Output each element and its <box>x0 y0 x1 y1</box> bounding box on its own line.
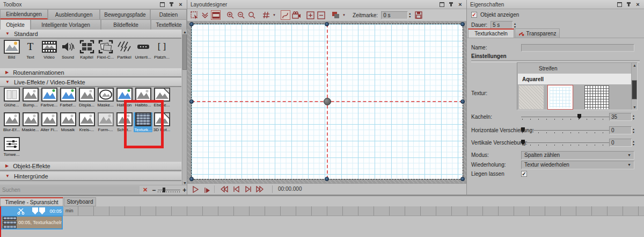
handle-top-center[interactable] <box>325 22 329 26</box>
objekt-anzeigen-checkbox[interactable]: ✓ <box>471 12 477 18</box>
zoom-out-button[interactable] <box>236 10 246 20</box>
effect-form[interactable]: Form-... <box>96 112 115 132</box>
camera-button[interactable] <box>291 10 301 20</box>
effect-displacement[interactable]: Displa... <box>77 88 96 107</box>
effect-alter-film[interactable]: Alter Fi... <box>40 112 58 132</box>
close-button[interactable]: × <box>178 2 184 8</box>
grid-dropdown-caret[interactable]: ▼ <box>273 13 276 17</box>
close-button[interactable]: × <box>635 2 641 8</box>
spin-down-icon[interactable]: ▾ <box>633 117 634 120</box>
play-from-marker-button[interactable] <box>202 184 212 194</box>
timeline-item-texturkacheln[interactable]: 00:05, Texturkacheln <box>1 216 63 229</box>
section-live-effekte[interactable]: ▼ Live-Effekte / Video-Effekte <box>0 78 181 87</box>
tab-timeline-spuransicht[interactable]: Timeline - Spuransicht <box>0 197 63 206</box>
horizontale-verschiebung-slider[interactable] <box>521 127 613 134</box>
play-button[interactable] <box>191 184 200 194</box>
appearance-button[interactable] <box>331 10 341 20</box>
section-objekt-effekte[interactable]: ▶ Objekt-Effekte <box>0 162 181 171</box>
effect-tonwert[interactable]: Tonwe... <box>2 137 21 157</box>
next-frame-button[interactable] <box>243 184 253 194</box>
handle-bottom-center[interactable] <box>325 177 329 181</box>
object-bild[interactable]: Bild <box>2 40 21 60</box>
handle-top-right[interactable] <box>460 22 465 26</box>
collapse-button[interactable] <box>200 10 210 20</box>
timeline-ruler[interactable]: 00:05 min <box>0 206 644 216</box>
hver-input[interactable] <box>609 126 632 134</box>
spin-down-icon[interactable]: ▾ <box>633 143 634 146</box>
pan-marker-icon[interactable] <box>32 207 38 214</box>
name-input[interactable] <box>521 44 634 52</box>
tab-objekte[interactable]: Objekte <box>0 19 31 30</box>
handle-bottom-left[interactable] <box>189 177 194 181</box>
tab-texteffekte[interactable]: Texteffekte <box>151 19 187 30</box>
dauer-input[interactable] <box>491 21 513 29</box>
texture-thumb-kaestchenmaske[interactable]: Kästchenmaske <box>584 85 609 109</box>
object-kapitel[interactable]: Kapitel <box>77 40 96 60</box>
object-video[interactable]: Video <box>40 40 58 60</box>
zeitmarke-input[interactable] <box>381 11 408 19</box>
ruler-selection[interactable]: 00:05 <box>0 206 63 216</box>
texture-listbox[interactable]: Streifen Aquarell canvas Kästchen Kästch… <box>517 62 638 110</box>
toolbox-scrollbar[interactable]: ▲ ▼ <box>182 30 187 185</box>
slide-canvas[interactable] <box>192 24 463 179</box>
zoom-out-minus[interactable]: − <box>152 188 156 193</box>
wiederholung-dropdown[interactable]: Textur wiederholen ▼ <box>521 161 634 169</box>
effect-maske[interactable]: Maske... <box>96 88 115 107</box>
appearance-dropdown-caret[interactable]: ▼ <box>342 13 346 17</box>
scroll-down-icon[interactable]: ▼ <box>633 105 636 109</box>
forward-button[interactable] <box>255 184 265 194</box>
effect-gluehen[interactable]: Glühe... <box>2 88 21 107</box>
modus-dropdown[interactable]: Spalten zählen ▼ <box>521 151 634 160</box>
section-standard[interactable]: ▼ Standard <box>0 30 181 39</box>
grid-button[interactable] <box>261 10 271 20</box>
canvas-viewport[interactable] <box>187 21 466 183</box>
handle-bottom-right[interactable] <box>460 177 465 181</box>
scrollbar-thumb[interactable] <box>182 34 187 70</box>
zoom-in-button[interactable] <box>225 10 235 20</box>
kacheln-slider[interactable] <box>521 113 613 121</box>
maximize-button[interactable] <box>617 2 623 8</box>
tab-bildeffekte[interactable]: Bildeffekte <box>101 19 151 30</box>
spin-down-icon[interactable]: ▾ <box>409 15 411 18</box>
scroll-down-icon[interactable]: ▼ <box>183 181 187 185</box>
effect-bumpmap[interactable]: Bump... <box>21 88 40 107</box>
center-rotation-handle[interactable] <box>324 98 331 105</box>
object-partikel[interactable]: Partikel <box>115 40 134 60</box>
pin-button[interactable] <box>626 2 632 8</box>
spin-down-icon[interactable]: ▾ <box>514 25 516 28</box>
save-view-button[interactable] <box>414 10 423 20</box>
tab-storyboard[interactable]: Storyboard <box>64 197 96 206</box>
texture-thumb-canvas[interactable]: canvas <box>519 85 544 109</box>
kacheln-input[interactable] <box>609 113 632 121</box>
object-untertitel[interactable]: Unterti... <box>134 40 152 60</box>
handle-middle-right[interactable] <box>460 99 465 104</box>
object-platzhalter[interactable]: [ ] Platzh... <box>152 40 171 60</box>
motion-path-button[interactable] <box>281 10 290 20</box>
playhead[interactable] <box>0 206 1 237</box>
handle-middle-left[interactable] <box>189 99 194 104</box>
texture-thumb-kaestchen-selected[interactable]: Kästchen <box>548 85 573 109</box>
texture-group-streifen[interactable]: Streifen <box>517 63 637 74</box>
prev-frame-button[interactable] <box>231 184 241 194</box>
letterbox-button[interactable] <box>211 10 221 20</box>
object-text[interactable]: T Text <box>21 40 40 60</box>
effect-kreis[interactable]: Kreis-... <box>77 112 96 132</box>
liegen-lassen-checkbox[interactable]: ✓ <box>521 171 527 177</box>
tab-texturkacheln[interactable]: Texturkacheln <box>468 28 514 38</box>
pin-button[interactable] <box>448 2 454 8</box>
scrollbar-thumb[interactable] <box>632 80 637 99</box>
effect-maskierung[interactable]: Maskie... <box>21 112 40 132</box>
scroll-up-icon[interactable]: ▲ <box>183 30 187 34</box>
vertikale-verschiebung-slider[interactable] <box>521 139 613 147</box>
rewind-button[interactable] <box>219 184 229 194</box>
spin-down-icon[interactable]: ▾ <box>633 131 634 134</box>
texture-scrollbar[interactable]: ▲ ▼ <box>631 63 637 110</box>
handle-top-left[interactable] <box>189 22 194 26</box>
vver-input[interactable] <box>609 139 632 147</box>
zoom-fit-button[interactable] <box>247 10 257 20</box>
pan-marker-icon[interactable] <box>39 207 45 214</box>
add-button[interactable] <box>306 10 316 20</box>
tab-ausblendungen[interactable]: Ausblendungen <box>48 9 100 19</box>
object-flexi-collage[interactable]: Flexi-C... <box>96 40 115 60</box>
maximize-button[interactable] <box>159 2 165 8</box>
